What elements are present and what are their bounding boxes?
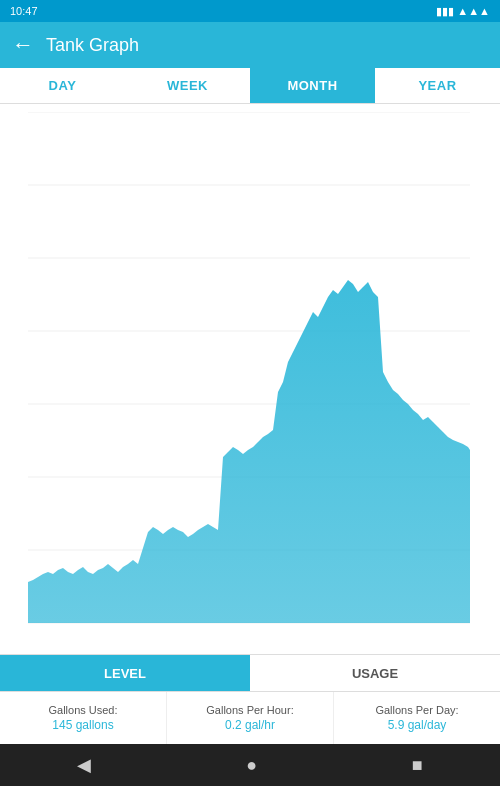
tank-graph-svg: 34 20 16 12 8 4 0 10/26 10/28 11/01 11/0… xyxy=(28,112,470,626)
stat-per-hour: Gallons Per Hour: 0.2 gal/hr xyxy=(167,692,334,744)
nav-bar: ◀ ● ■ xyxy=(0,744,500,786)
stat-per-hour-value: 0.2 gal/hr xyxy=(225,718,275,732)
toolbar: ← Tank Graph xyxy=(0,22,500,68)
stat-per-hour-label: Gallons Per Hour: xyxy=(206,704,293,716)
stat-gallons-used-value: 145 gallons xyxy=(52,718,113,732)
tab-day[interactable]: DAY xyxy=(0,68,125,103)
tab-year[interactable]: YEAR xyxy=(375,68,500,103)
status-time: 10:47 xyxy=(10,5,38,17)
stats-bar: Gallons Used: 145 gallons Gallons Per Ho… xyxy=(0,692,500,744)
tab-month[interactable]: MONTH xyxy=(250,68,375,103)
tab-bar: DAY WEEK MONTH YEAR xyxy=(0,68,500,104)
tab-level[interactable]: LEVEL xyxy=(0,655,250,691)
stat-per-day: Gallons Per Day: 5.9 gal/day xyxy=(334,692,500,744)
tab-week[interactable]: WEEK xyxy=(125,68,250,103)
stat-gallons-used-label: Gallons Used: xyxy=(48,704,117,716)
status-icons: ▮▮▮ ▲▲▲ xyxy=(436,5,490,18)
stat-gallons-used: Gallons Used: 145 gallons xyxy=(0,692,167,744)
chart-container: 34 20 16 12 8 4 0 10/26 10/28 11/01 11/0… xyxy=(0,104,500,654)
stat-per-day-label: Gallons Per Day: xyxy=(375,704,458,716)
nav-home-button[interactable]: ● xyxy=(246,755,257,776)
nav-recent-button[interactable]: ■ xyxy=(412,755,423,776)
bottom-tab-bar: LEVEL USAGE xyxy=(0,654,500,692)
status-bar: 10:47 ▮▮▮ ▲▲▲ xyxy=(0,0,500,22)
page-title: Tank Graph xyxy=(46,35,139,56)
back-button[interactable]: ← xyxy=(12,34,34,56)
stat-per-day-value: 5.9 gal/day xyxy=(388,718,447,732)
nav-back-button[interactable]: ◀ xyxy=(77,754,91,776)
tab-usage[interactable]: USAGE xyxy=(250,655,500,691)
